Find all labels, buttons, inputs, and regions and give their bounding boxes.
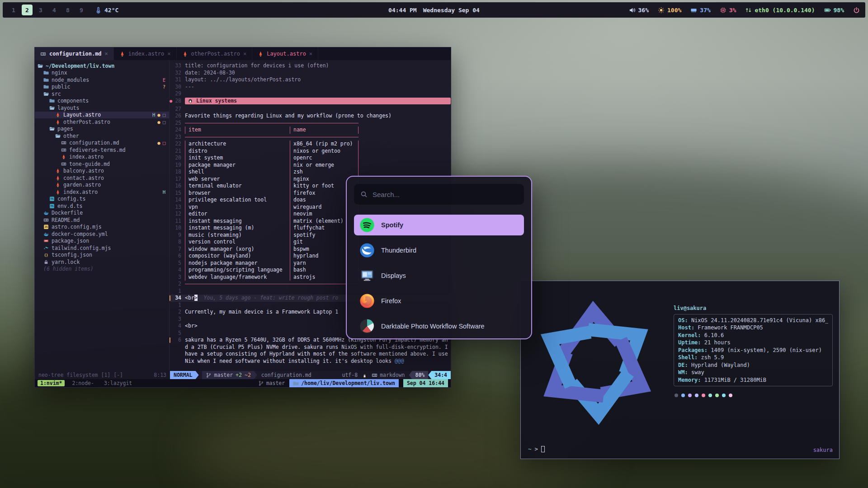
statusbar-module-volume[interactable]: 36% xyxy=(629,7,649,14)
tree-item[interactable]: balcony.astro xyxy=(35,168,169,175)
folder-open-icon xyxy=(43,91,49,97)
tree-item[interactable]: layouts xyxy=(35,104,169,112)
launcher-item[interactable]: Thunderbird xyxy=(354,240,524,261)
editor-line[interactable]: 20init systemopenrc xyxy=(170,155,451,162)
tree-item[interactable]: configuration.md●□ xyxy=(35,140,169,147)
workspace-button[interactable]: 8 xyxy=(62,5,73,15)
tree-item[interactable]: otherPost.astro●□ xyxy=(35,118,169,126)
launcher-item[interactable]: Spotify xyxy=(354,215,524,235)
workspace-button[interactable]: 2 xyxy=(22,5,33,15)
editor-line[interactable]: 18shellzsh xyxy=(170,169,451,176)
tree-item[interactable]: fediverse-terms.md xyxy=(35,146,169,154)
tree-item[interactable]: index.astro xyxy=(35,154,169,161)
tree-item[interactable]: Dockerfile xyxy=(35,210,169,217)
neotree-status-text: neo-tree filesystem [1] [-] xyxy=(38,372,123,378)
tree-item[interactable]: ~/Development/liv.town xyxy=(35,62,169,70)
fetch-info-box: OS: NixOS 24.11.20240828.71e91c4 (Vicuna… xyxy=(674,314,833,387)
tree-item[interactable]: public? xyxy=(35,84,169,91)
editor-line[interactable]: 30--- xyxy=(170,84,451,91)
editor-line[interactable]: ●28Linux systems xyxy=(170,98,451,106)
git-blame-text: You, 5 days ago - feat: write rough post… xyxy=(198,295,339,301)
tree-item[interactable]: npmpackage.json xyxy=(35,238,169,245)
statusbar-module-battery[interactable]: 98% xyxy=(824,7,844,14)
tree-item[interactable]: node_modulesE xyxy=(35,76,169,84)
close-tab-icon[interactable]: × xyxy=(243,51,246,57)
editor-line[interactable]: 21distronixos or gentoo xyxy=(170,148,451,155)
module-text: eth0 (10.0.0.140) xyxy=(755,7,815,14)
editor-line[interactable]: 22architecturex86_64 (rip m2 pro) xyxy=(170,141,451,148)
tmux-window[interactable]: 1:nvim* xyxy=(38,380,65,386)
workspace-button[interactable]: 4 xyxy=(49,5,60,15)
editor-line[interactable]: 19package managernix or emerge xyxy=(170,162,451,169)
close-tab-icon[interactable]: × xyxy=(167,51,170,57)
terminal-window[interactable]: liv@sakura OS: NixOS 24.11.20240828.71e9… xyxy=(520,281,840,459)
tab-index.astro[interactable]: index.astro× xyxy=(114,47,177,60)
editor-line[interactable]: ▎6sakura has a Ryzen 5 7640U, 32GB of DD… xyxy=(170,337,451,365)
line-number: 26 xyxy=(173,113,185,120)
launcher-item[interactable]: Firefox xyxy=(354,291,524,311)
close-tab-icon[interactable]: × xyxy=(105,51,108,57)
statusbar-module-network[interactable]: eth0 (10.0.0.140) xyxy=(745,7,815,14)
tab-Layout.astro[interactable]: Layout.astro× xyxy=(252,47,318,60)
tree-item-label: balcony.astro xyxy=(63,168,104,174)
power-button[interactable] xyxy=(853,7,860,14)
tree-item[interactable]: garden.astro xyxy=(35,182,169,189)
statusbar-module-cpu[interactable]: 3% xyxy=(720,7,736,14)
statusbar-module-temperature[interactable]: 42°C xyxy=(95,7,118,14)
statusline: neo-tree filesystem [1] [-] 8:13 NORMAL … xyxy=(35,371,451,379)
editor-line[interactable]: 23 xyxy=(170,134,451,141)
statusbar-module-memory[interactable]: 37% xyxy=(690,7,710,14)
tree-item[interactable]: yarn.lock xyxy=(35,258,169,266)
line-content: date: 2024-08-30 xyxy=(185,70,451,77)
tree-item[interactable]: {}tsconfig.json xyxy=(35,252,169,259)
tree-item[interactable]: docker-compose.yml xyxy=(35,230,169,238)
tree-item[interactable]: Layout.astroH●□ xyxy=(35,112,169,119)
editor-line[interactable]: 32date: 2024-08-30 xyxy=(170,70,451,77)
tree-item[interactable]: index.astroH xyxy=(35,188,169,196)
tree-item[interactable]: other xyxy=(35,132,169,140)
clock[interactable]: 04:44 PM Wednesday Sep 04 xyxy=(388,7,480,14)
launcher-item[interactable]: Displays xyxy=(354,265,524,286)
tree-item[interactable]: tone-guide.md xyxy=(35,160,169,168)
tree-item[interactable]: TSconfig.ts xyxy=(35,196,169,203)
search-box[interactable] xyxy=(354,184,524,205)
editor-line[interactable]: 27 xyxy=(170,106,451,113)
tree-item[interactable]: pages xyxy=(35,126,169,133)
line-number: 32 xyxy=(173,70,185,77)
editor-line[interactable]: 26Favorite things regarding Linux and my… xyxy=(170,113,451,120)
folder-open-icon xyxy=(49,126,55,131)
editor-line[interactable]: 24itemname xyxy=(170,127,451,134)
tree-item[interactable]: components xyxy=(35,98,169,105)
file-icon xyxy=(119,51,125,57)
editor-line[interactable]: 31layout: ../../layouts/otherPost.astro xyxy=(170,76,451,84)
tree-item[interactable]: src xyxy=(35,90,169,98)
editor-line[interactable]: 29 xyxy=(170,90,451,98)
workspace-button[interactable]: 3 xyxy=(35,5,46,15)
tree-item[interactable]: tailwind.config.mjs xyxy=(35,244,169,252)
tree-item[interactable]: TSenv.d.ts xyxy=(35,202,169,210)
tree-item[interactable]: nginx xyxy=(35,70,169,77)
tree-item[interactable]: JSastro.config.mjs xyxy=(35,224,169,231)
tab-otherPost.astro[interactable]: otherPost.astro× xyxy=(177,47,253,60)
workspace-button[interactable]: 9 xyxy=(76,5,87,15)
tmux-window[interactable]: 2:node- xyxy=(69,380,96,386)
tree-item[interactable]: contact.astro xyxy=(35,174,169,182)
tree-item[interactable]: README.md xyxy=(35,216,169,224)
search-input[interactable] xyxy=(373,191,518,198)
tree-item[interactable]: (6 hidden items) xyxy=(35,266,169,273)
fetch-value: Framework FRANMDCP05 xyxy=(694,324,763,331)
tab-configuration.md[interactable]: configuration.md× xyxy=(35,47,114,60)
editor-line[interactable]: 33title: configuration for devices i use… xyxy=(170,62,451,70)
module-text: 100% xyxy=(667,7,681,14)
workspace-button[interactable]: 1 xyxy=(8,5,19,15)
line-number: 13 xyxy=(173,204,185,211)
tmux-window[interactable]: 3:lazygit xyxy=(101,380,135,386)
tree-item-label: fediverse-terms.md xyxy=(69,147,126,153)
statusbar-module-brightness[interactable]: 100% xyxy=(658,7,681,14)
close-tab-icon[interactable]: × xyxy=(309,51,312,57)
fetch-label: Packages: xyxy=(678,347,708,353)
palette-dot xyxy=(708,394,712,397)
launcher-item[interactable]: Darktable Photo Workflow Software xyxy=(354,316,524,337)
editor-line[interactable]: 25 xyxy=(170,120,451,127)
shell-prompt[interactable]: ~ > xyxy=(528,446,545,452)
